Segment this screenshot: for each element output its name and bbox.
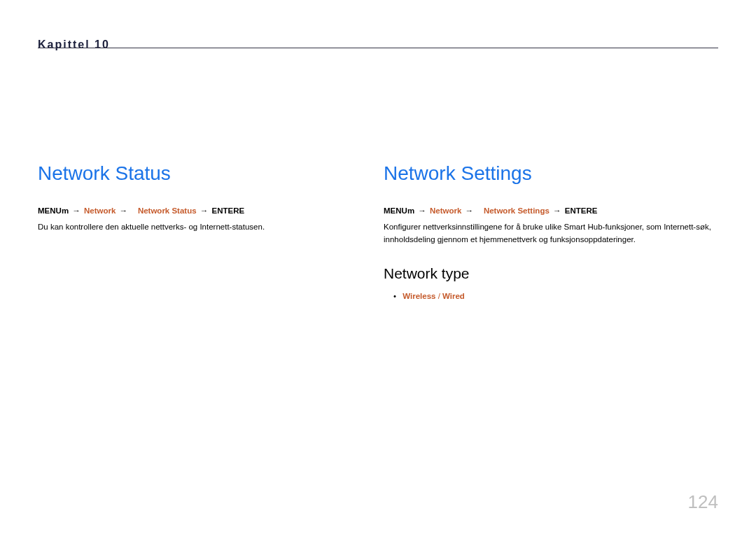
crumb-item: Network Settings: [484, 206, 550, 215]
crumb-enter-suffix: E: [592, 206, 598, 215]
crumb-enter-suffix: E: [239, 206, 244, 215]
crumb-network: Network: [84, 206, 115, 215]
crumb-menu: MENU: [384, 206, 407, 215]
arrow-icon: →: [72, 206, 80, 215]
crumb-menu: MENU: [38, 206, 62, 215]
option-separator: /: [435, 292, 442, 300]
arrow-icon: →: [465, 206, 474, 215]
heading-network-settings: Network Settings: [384, 162, 720, 185]
arrow-icon: →: [553, 206, 561, 215]
bullet-icon: •: [393, 292, 396, 300]
crumb-menu-suffix: m: [62, 206, 69, 215]
arrow-icon: →: [418, 206, 426, 215]
chapter-label: Kapittel 10: [38, 38, 139, 51]
crumb-menu-suffix: m: [407, 206, 414, 215]
crumb-enter: ENTER: [565, 206, 592, 215]
option-wireless: Wireless: [402, 292, 435, 300]
body-text-left: Du kan kontrollere den aktuelle nettverk…: [38, 221, 346, 233]
divider: [38, 48, 718, 49]
crumb-enter: ENTER: [212, 206, 239, 215]
body-text-right: Konfigurer nettverksinnstillingene for å…: [384, 221, 720, 246]
breadcrumb-left: MENUm → Network → Network Status → ENTER…: [38, 204, 346, 217]
page-number: 124: [688, 491, 718, 513]
arrow-icon: →: [200, 206, 209, 215]
right-column: Network Settings MENUm → Network → Netwo…: [384, 162, 720, 300]
breadcrumb-right: MENUm → Network → Network Settings → ENT…: [384, 204, 720, 217]
crumb-item: Network Status: [138, 206, 197, 215]
crumb-network: Network: [430, 206, 461, 215]
option-wired: Wired: [442, 292, 465, 300]
option-list: • Wireless / Wired: [384, 292, 720, 300]
left-column: Network Status MENUm → Network → Network…: [38, 162, 346, 234]
arrow-icon: →: [120, 206, 128, 215]
subheading-network-type: Network type: [384, 265, 720, 282]
heading-network-status: Network Status: [38, 162, 346, 185]
